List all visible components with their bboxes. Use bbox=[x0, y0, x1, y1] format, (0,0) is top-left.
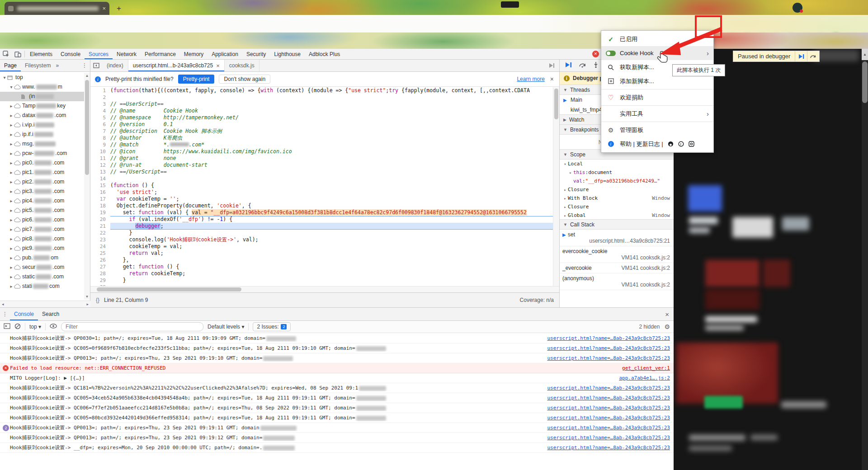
console-source-link[interactable]: userscript.html?name=…8ab-243a9c8cb725:2… bbox=[547, 385, 670, 391]
console-source-link[interactable]: userscript.html?name=…8ab-243a9c8cb725:2… bbox=[547, 355, 670, 361]
tree-arrow-icon[interactable]: ▸ bbox=[9, 130, 14, 139]
tree-item[interactable]: ▾top bbox=[0, 73, 84, 82]
device-toolbar-icon[interactable] bbox=[12, 49, 24, 59]
console-source-link[interactable]: userscript.html?name=…8ab-243a9c8cb725:2… bbox=[547, 345, 670, 351]
scope-row[interactable]: ▸GlobalWindow bbox=[560, 211, 674, 220]
close-drawer-icon[interactable]: × bbox=[660, 308, 674, 320]
tree-item[interactable]: ▸pub.om bbox=[0, 253, 84, 263]
scope-row[interactable]: ▸Closure bbox=[560, 185, 674, 194]
tree-arrow-icon[interactable]: ▸ bbox=[9, 111, 14, 120]
tab-lighthouse[interactable]: Lighthouse bbox=[270, 49, 305, 59]
tree-item[interactable]: ▸pic7..com bbox=[0, 225, 84, 234]
scope-arrow-icon[interactable]: ▾ bbox=[562, 162, 568, 166]
log-levels-selector[interactable]: Default levels ▾ bbox=[208, 324, 244, 330]
tab-security[interactable]: Security bbox=[242, 49, 270, 59]
collapse-sidebar-icon[interactable] bbox=[90, 60, 102, 71]
scope-row[interactable]: ▸With BlockWindow bbox=[560, 194, 674, 202]
more-tabs-icon[interactable]: » bbox=[56, 60, 59, 71]
tree-item[interactable]: ▸datax.com bbox=[0, 111, 84, 120]
console-source-link[interactable]: userscript.html?name=…8ab-243a9c8cb725:2… bbox=[547, 395, 670, 401]
close-tab-icon[interactable]: × bbox=[216, 62, 220, 69]
scope-row[interactable]: ▸this: document bbox=[560, 168, 674, 177]
scope-row[interactable]: ▸Closure bbox=[560, 202, 674, 211]
github-icon[interactable] bbox=[668, 141, 674, 147]
line-number[interactable]: 23 bbox=[90, 236, 110, 243]
scrollbar-thumb[interactable] bbox=[85, 80, 89, 175]
tree-item[interactable]: ▸ip.if.i bbox=[0, 130, 84, 139]
tree-item[interactable]: ▸msg. bbox=[0, 139, 84, 149]
tree-arrow-icon[interactable]: ▸ bbox=[9, 215, 14, 225]
sidebar-tab-page[interactable]: Page bbox=[0, 60, 21, 71]
tree-item[interactable]: ▸pic1..com bbox=[0, 168, 84, 177]
kebab-menu-icon[interactable]: ⋮ bbox=[0, 308, 10, 320]
frame-location[interactable]: VM141 cooksdk.js:2 bbox=[622, 265, 670, 271]
tree-item[interactable]: ▸pic6..com bbox=[0, 215, 84, 225]
console-tab-console[interactable]: Console bbox=[10, 308, 38, 320]
scope-row[interactable]: val: "__dfp=a032196bbc9f4249…" bbox=[560, 177, 674, 185]
tab-elements[interactable]: Elements bbox=[26, 49, 57, 59]
tree-item[interactable]: ▸i.vip.i bbox=[0, 120, 84, 130]
pretty-print-button[interactable]: Pretty-print bbox=[178, 75, 215, 84]
tree-arrow-icon[interactable]: ▸ bbox=[9, 263, 14, 272]
line-number[interactable]: 3 bbox=[90, 101, 110, 108]
line-number[interactable]: 2 bbox=[90, 94, 110, 101]
line-number[interactable]: 10 bbox=[90, 148, 110, 155]
line-number[interactable]: 14 bbox=[90, 175, 110, 182]
console-source-link[interactable]: userscript.html?name=…8ab-243a9c8cb725:2… bbox=[547, 415, 670, 421]
tree-h-scrollbar[interactable]: ◂▸ bbox=[0, 301, 90, 307]
line-number[interactable]: 9 bbox=[90, 141, 110, 148]
code-editor[interactable]: 1(function(that){((context, fapply, cons… bbox=[90, 87, 553, 286]
tree-arrow-icon[interactable]: ▸ bbox=[9, 282, 14, 291]
console-filter-input[interactable] bbox=[61, 322, 203, 331]
line-number[interactable]: 8 bbox=[90, 135, 110, 141]
menu-item[interactable]: 实用工具› bbox=[601, 107, 713, 121]
scroll-up-icon[interactable]: ▲ bbox=[862, 49, 868, 60]
tree-item[interactable]: ▸pic2..com bbox=[0, 177, 84, 187]
browser-tab[interactable]: × bbox=[5, 2, 109, 15]
menu-item[interactable]: ⚙管理面板 bbox=[601, 123, 713, 137]
line-number[interactable]: 17 bbox=[90, 196, 110, 202]
console-source-link[interactable]: get_client_ver:1 bbox=[622, 365, 670, 371]
tree-arrow-icon[interactable]: ▸ bbox=[9, 149, 14, 158]
tree-item[interactable]: ▸pic8..com bbox=[0, 234, 84, 244]
step-over-icon[interactable] bbox=[579, 62, 587, 69]
line-number[interactable]: 18 bbox=[90, 202, 110, 209]
tree-scrollbar[interactable]: ▲ ▼ bbox=[84, 73, 90, 300]
line-number[interactable]: 25 bbox=[90, 250, 110, 257]
line-number[interactable]: 29 bbox=[90, 277, 110, 284]
pause-panel-icon[interactable] bbox=[548, 60, 559, 71]
frame-location[interactable]: VM141 cooksdk.js:2 bbox=[562, 254, 670, 261]
tree-arrow-icon[interactable]: ▸ bbox=[9, 253, 14, 263]
scope-arrow-icon[interactable]: ▸ bbox=[562, 213, 568, 218]
line-number[interactable]: 11 bbox=[90, 155, 110, 162]
tab-adblock-plus[interactable]: Adblock Plus bbox=[305, 49, 344, 59]
callstack-frame[interactable]: ▶setuserscript.html…43a9c8cb725:21 bbox=[560, 230, 674, 246]
page-scrollbar[interactable]: ▲ bbox=[862, 49, 868, 470]
line-number[interactable]: 24 bbox=[90, 243, 110, 250]
tab-close-icon[interactable]: × bbox=[102, 5, 106, 12]
console-source-link[interactable]: userscript.html?name=…8ab-243a9c8cb725:2… bbox=[547, 335, 670, 341]
tree-item[interactable]: ▸staticom bbox=[0, 282, 84, 291]
editor-h-scrollbar[interactable] bbox=[90, 286, 559, 293]
line-number[interactable]: 6 bbox=[90, 121, 110, 128]
line-number[interactable]: 26 bbox=[90, 257, 110, 263]
editor-scrollbar[interactable] bbox=[553, 87, 559, 286]
line-number[interactable]: 13 bbox=[90, 169, 110, 175]
step-into-icon[interactable] bbox=[593, 62, 599, 70]
tree-item[interactable]: ▸pic4..com bbox=[0, 196, 84, 206]
tree-arrow-icon[interactable]: ▸ bbox=[9, 234, 14, 244]
frame-location[interactable]: VM141 cooksdk.js:2 bbox=[562, 282, 670, 288]
tab-performance[interactable]: Performance bbox=[141, 49, 180, 59]
menu-item[interactable]: ♡欢迎捐助 bbox=[601, 90, 713, 104]
step-over-icon[interactable] bbox=[807, 51, 819, 61]
scope-arrow-icon[interactable]: ▸ bbox=[562, 188, 568, 192]
tree-arrow-icon[interactable]: ▸ bbox=[9, 168, 14, 177]
kebab-menu-icon[interactable]: ⋮ bbox=[82, 60, 87, 71]
console-source-link[interactable]: userscript.html?name=…8ab-243a9c8cb725:2… bbox=[547, 435, 670, 441]
line-number[interactable]: 15 bbox=[90, 182, 110, 189]
tree-arrow-icon[interactable]: ▸ bbox=[9, 196, 14, 206]
tab-sources[interactable]: Sources bbox=[85, 49, 113, 59]
line-number[interactable]: 28 bbox=[90, 270, 110, 277]
tree-arrow-icon[interactable]: ▸ bbox=[9, 272, 14, 282]
console-settings-gear-icon[interactable]: ⚙ bbox=[664, 323, 670, 330]
